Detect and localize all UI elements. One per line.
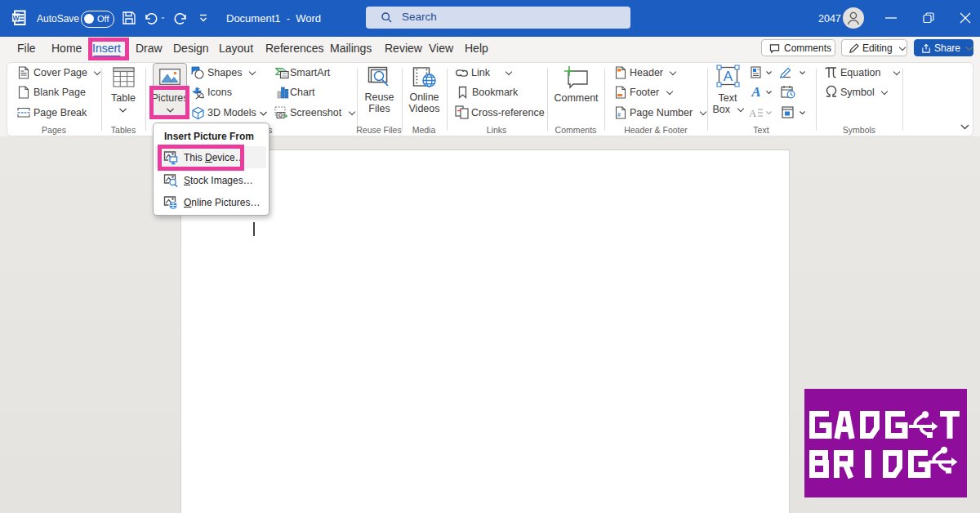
svg-text:A: A	[724, 69, 733, 84]
svg-text:A: A	[751, 85, 760, 98]
svg-text:A: A	[749, 107, 757, 118]
svg-text:W: W	[12, 14, 20, 22]
svg-text:#: #	[617, 112, 621, 118]
